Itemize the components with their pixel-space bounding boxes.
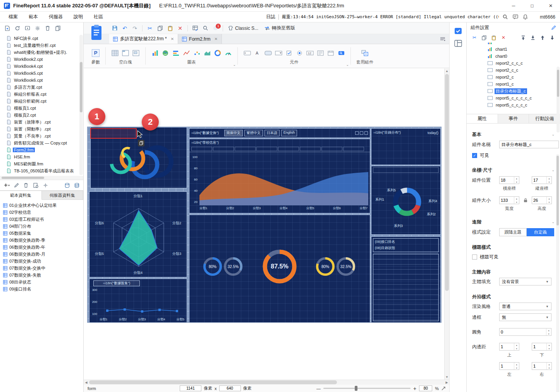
combobox-widget-icon[interactable] bbox=[275, 50, 282, 57]
scroll-up-icon[interactable]: ▲ bbox=[445, 69, 449, 74]
menu-item[interactable]: 檔案 bbox=[3, 12, 23, 22]
dataset-item[interactable]: 03监理工程师证书 bbox=[3, 216, 83, 223]
file-tree-item[interactable]: 模板頁2.cpt bbox=[0, 112, 83, 119]
paste-component-icon[interactable] bbox=[491, 34, 497, 41]
line-chart-icon[interactable] bbox=[182, 50, 190, 57]
message-icon[interactable] bbox=[512, 14, 519, 21]
canvas-width-input[interactable] bbox=[180, 385, 201, 391]
property-tab[interactable]: 事件 bbox=[498, 114, 529, 123]
file-tree-item[interactable]: 樞紐分析範例.cpt bbox=[0, 98, 83, 105]
lock-ratio-icon[interactable] bbox=[524, 198, 527, 203]
delete-icon[interactable] bbox=[44, 25, 51, 32]
file-tree-item[interactable]: 多語言方案.cpt bbox=[0, 84, 83, 91]
dataset-settings-icon[interactable] bbox=[42, 182, 49, 189]
notification-icon[interactable]: 1 bbox=[211, 24, 220, 33]
undo-icon[interactable]: ↶ bbox=[120, 24, 129, 33]
dataset-item[interactable]: 06数据交换趋势-季 bbox=[3, 237, 83, 244]
title-panel[interactable]: =i18n("目錄分布") today() bbox=[371, 128, 441, 165]
component-tree-item[interactable]: 目录分布标题_c bbox=[488, 88, 560, 95]
dataset-item[interactable]: 07数据交换-成功 bbox=[3, 258, 83, 265]
section-coordinates[interactable]: 坐標·尺寸⌄ bbox=[472, 165, 555, 175]
component-tree-item[interactable]: report5_c_c_c_c bbox=[488, 101, 560, 108]
file-tree-item[interactable]: test_流量趨勢分析.cpt bbox=[0, 42, 83, 49]
table-panel[interactable]: (09)接口排名(08)目錄狀態 bbox=[371, 236, 441, 323]
search-icon[interactable] bbox=[502, 14, 509, 21]
component-tree-scrollbar[interactable] bbox=[557, 67, 560, 132]
reuse-component-icon[interactable] bbox=[361, 50, 369, 57]
document-tab[interactable]: 多語言駕駛艙222.frm *✕ bbox=[109, 34, 178, 44]
file-tree-item[interactable]: Form2.frm bbox=[0, 146, 83, 153]
file-tree-item[interactable]: NFC讀卡.cpt bbox=[0, 35, 83, 42]
menu-item[interactable]: 伺服器 bbox=[43, 12, 68, 22]
move-to-bottom-icon[interactable] bbox=[530, 34, 536, 41]
column-chart-icon[interactable] bbox=[151, 50, 159, 57]
absolute-block-icon[interactable] bbox=[132, 50, 140, 57]
label-widget-icon[interactable]: A bbox=[254, 50, 261, 57]
radio-widget-icon[interactable] bbox=[295, 50, 303, 57]
close-tab-icon[interactable]: ✕ bbox=[214, 37, 217, 41]
dataset-item[interactable]: 06数据交换趋势-年 bbox=[3, 244, 83, 251]
dataset-item[interactable]: 04部门分布 bbox=[3, 223, 83, 230]
parameter-icon[interactable]: P bbox=[92, 49, 100, 57]
username[interactable]: mt6666 bbox=[540, 14, 555, 20]
widget-settings-dock-icon[interactable] bbox=[454, 27, 462, 35]
bar-chart-icon[interactable] bbox=[172, 50, 180, 57]
component-tree-item[interactable]: report5_c_c_c_c_c bbox=[488, 95, 560, 101]
canvas-height-input[interactable] bbox=[219, 385, 241, 391]
button-widget-icon[interactable] bbox=[264, 50, 272, 57]
file-tree-item[interactable]: 裝置（開動率）.cpt bbox=[0, 126, 83, 132]
close-button[interactable]: ✕ bbox=[541, 0, 560, 12]
date-widget-icon[interactable] bbox=[327, 50, 335, 57]
cut-icon[interactable]: ✂ bbox=[145, 24, 155, 33]
section-advanced[interactable]: 進階⌄ bbox=[472, 217, 555, 227]
area-chart-icon[interactable] bbox=[203, 50, 211, 57]
file-tree-item[interactable]: WorkBook6.cpt bbox=[0, 77, 83, 84]
size-height-stepper[interactable]: ▲▼ bbox=[532, 196, 552, 204]
move-down-icon[interactable] bbox=[549, 34, 555, 41]
add-dataset-icon[interactable] bbox=[3, 182, 10, 189]
close-tab-icon[interactable]: ✕ bbox=[171, 37, 174, 41]
convert-legacy-button[interactable]: 轉換至舊版 bbox=[261, 25, 298, 31]
file-tree-item[interactable]: 裝置（故障率）.cpt bbox=[0, 119, 83, 126]
cut-component-icon[interactable]: ✂ bbox=[471, 34, 478, 41]
delete-dataset-icon[interactable] bbox=[22, 182, 29, 189]
padding-left-stepper[interactable]: ▲▼ bbox=[499, 362, 519, 370]
component-tree-item[interactable]: report2_c_c bbox=[488, 67, 560, 74]
report-block-icon[interactable] bbox=[111, 50, 119, 57]
zoom-slider[interactable] bbox=[323, 388, 411, 389]
dataset-item[interactable]: 05数据采集 bbox=[3, 230, 83, 237]
render-style-select[interactable]: 普通▼ bbox=[499, 303, 551, 310]
language-tab-strip[interactable]: =i18n("數據交換") 简体中文繁體中文日本語English bbox=[189, 128, 370, 138]
chart-more-caret-icon[interactable]: ⌄ bbox=[233, 63, 236, 67]
dataset-item[interactable]: 02学校信息 bbox=[3, 209, 83, 216]
new-file-icon[interactable] bbox=[4, 25, 11, 32]
dataset-item[interactable]: 07数据交换-交换中 bbox=[3, 265, 83, 272]
area-chart-panel[interactable]: =i18n("學校信息") 10080604020 分類1分類2分類3分類4分類… bbox=[189, 139, 370, 213]
padding-right-stepper[interactable]: ▲▼ bbox=[532, 362, 552, 370]
language-tab[interactable]: 繁體中文 bbox=[244, 130, 263, 136]
number-widget-icon[interactable]: 12 bbox=[306, 50, 314, 57]
textfield-widget-icon[interactable] bbox=[243, 50, 251, 57]
settings-icon[interactable] bbox=[34, 25, 41, 32]
file-tree-item[interactable]: 質量（不良率）.cpt bbox=[0, 132, 83, 139]
canvas-vertical-scrollbar[interactable]: ▲ ▼ bbox=[444, 69, 449, 380]
file-tree-item[interactable]: MES範例圖.frm bbox=[0, 160, 83, 167]
maximize-button[interactable]: □ bbox=[523, 0, 541, 12]
zoom-in-button[interactable]: + bbox=[413, 385, 416, 392]
zoom-slider-thumb[interactable] bbox=[355, 386, 357, 391]
component-tree-item[interactable]: report2_c bbox=[488, 74, 560, 81]
scatter-chart-icon[interactable] bbox=[193, 50, 201, 57]
classic-style-select[interactable]: Classic S... bbox=[226, 26, 261, 31]
style-option-button[interactable]: 跟隨主題 bbox=[499, 228, 527, 236]
padding-top-stepper[interactable]: ▲▼ bbox=[499, 343, 519, 351]
canvas-horizontal-scrollbar[interactable]: ◀ ▶ bbox=[84, 380, 449, 385]
refresh-icon[interactable] bbox=[14, 25, 21, 32]
widget-more-caret-icon[interactable]: ⌄ bbox=[346, 63, 349, 67]
dashboard-design[interactable]: =i18n("數據交換") 简体中文繁體中文日本語English =i18n("… bbox=[87, 127, 441, 323]
menu-item[interactable]: 範本 bbox=[23, 12, 43, 22]
save-icon[interactable] bbox=[110, 24, 119, 33]
copy-component-icon[interactable] bbox=[481, 34, 487, 41]
catalog-panel-icon[interactable] bbox=[90, 24, 103, 41]
copy-icon[interactable] bbox=[54, 25, 61, 32]
component-tree-item[interactable]: chart0 bbox=[488, 53, 560, 60]
